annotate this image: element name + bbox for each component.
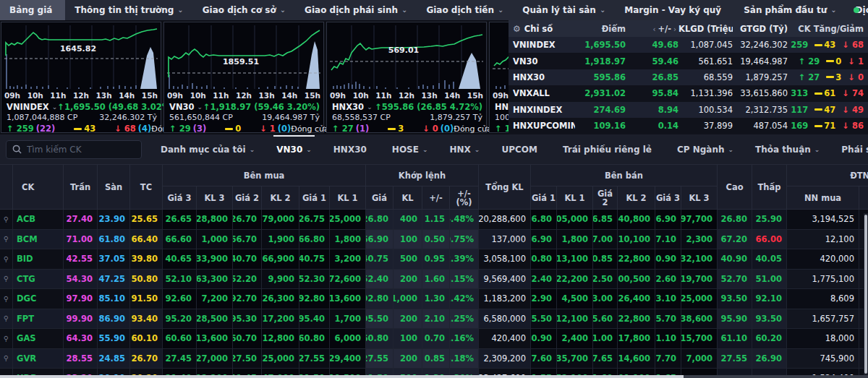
pin-icon[interactable]: ⚲ bbox=[0, 230, 13, 250]
stock-row[interactable]: ⚲ GVR 28.55 24.85 26.70 27.45 27,000 27.… bbox=[0, 349, 868, 369]
cell-ticker[interactable]: GVR bbox=[13, 349, 64, 369]
header-cao[interactable]: Cao bbox=[718, 165, 752, 210]
reference-value: 569.01 bbox=[327, 46, 480, 55]
horizontal-scrollbar-thumb[interactable] bbox=[0, 375, 684, 378]
header-gia2[interactable]: Giá 2 bbox=[233, 186, 262, 210]
menu-item[interactable]: Bảng giá bbox=[0, 0, 65, 20]
pin-icon[interactable]: ⚲ bbox=[0, 249, 13, 270]
cell-ticker[interactable]: GAS bbox=[13, 329, 64, 349]
board-tab[interactable]: Trái phiếu riêng lẻ bbox=[563, 145, 655, 155]
cell-bid-price2: 95.30 bbox=[233, 309, 262, 330]
menu-item[interactable]: Quản lý tài sản ⌄ bbox=[513, 0, 615, 20]
header-s-gia2[interactable]: Giá 2 bbox=[593, 186, 618, 210]
index-row[interactable]: VNXALL 2,931.02 95.84 1,131.396 33,615.8… bbox=[509, 85, 868, 101]
cell-ticker[interactable]: CTG bbox=[13, 270, 64, 290]
search-input[interactable] bbox=[27, 145, 128, 155]
menu-item[interactable]: Sản phẩm đầu tư ⌄ bbox=[734, 0, 846, 20]
stock-row[interactable]: ⚲ HDB 23.20 20.10 20.20 21.40 92,200 21.… bbox=[0, 369, 868, 375]
index-row[interactable]: HNX30 595.86 26.85 68.559 1,879.257 ↑ 27… bbox=[509, 69, 868, 85]
index-symbol[interactable]: VNINDEX bbox=[7, 102, 49, 112]
index-symbol[interactable]: HNX30 bbox=[332, 102, 364, 112]
pin-icon[interactable]: ⚲ bbox=[0, 210, 13, 230]
menu-item[interactable]: Giao dịch phái sinh ⌄ bbox=[295, 0, 417, 20]
header-s-gia3[interactable]: Giá 3 bbox=[655, 186, 681, 210]
pin-icon[interactable]: ⚲ bbox=[0, 329, 13, 349]
cell-ticker[interactable]: BID bbox=[13, 249, 64, 270]
index-row[interactable]: HNXUPCOMINDEX 109.16 0.14 37.899 487.054… bbox=[509, 118, 868, 134]
menu-item[interactable]: Giao dịch cơ sở ⌄ bbox=[193, 0, 295, 20]
header-s-kl2[interactable]: KL 2 bbox=[618, 186, 655, 210]
header-kl1[interactable]: KL 1 bbox=[330, 186, 366, 210]
index-row[interactable]: HNXINDEX 274.69 8.94 100.534 2,312.735 ↑… bbox=[509, 102, 868, 118]
header-gia1[interactable]: Giá 1 bbox=[299, 186, 330, 210]
cell-bid-price2: 21.45 bbox=[233, 369, 262, 375]
header-kl[interactable]: KL bbox=[393, 186, 422, 210]
header-gia3[interactable]: Giá 3 bbox=[163, 186, 197, 210]
stock-row[interactable]: ⚲ FPT 99.90 86.90 93.40 95.20 28,500 95.… bbox=[0, 309, 868, 330]
header-gia[interactable]: Giá bbox=[366, 186, 393, 210]
board-tab[interactable]: Phái sinh ⌄ bbox=[841, 145, 868, 155]
cell-ticker[interactable]: ACB bbox=[13, 210, 64, 230]
header-san[interactable]: Sàn bbox=[98, 165, 130, 210]
header-nn-ban[interactable]: NN bán bbox=[859, 186, 868, 210]
board-tab[interactable]: HNX30 bbox=[333, 145, 370, 155]
vertical-scrollbar-thumb[interactable] bbox=[864, 215, 867, 374]
header-kl3[interactable]: KL 3 bbox=[197, 186, 233, 210]
index-row[interactable]: VN30 1,918.97 59.46 561.651 19,464.987 ↑… bbox=[509, 53, 868, 69]
header-s-kl1[interactable]: KL 1 bbox=[557, 186, 593, 210]
header-nn-mua[interactable]: NN mua bbox=[787, 186, 859, 210]
gear-icon[interactable]: ⚙ bbox=[513, 24, 521, 34]
chart-panel-vnindex[interactable]: 1645.82 09h10h11h12h13h14h15h VNINDEX ⌄ … bbox=[1, 22, 161, 133]
pin-icon[interactable]: ⚲ bbox=[0, 309, 13, 330]
header-thap[interactable]: Thấp bbox=[752, 165, 787, 210]
cell-ask-price1: 21.55 bbox=[531, 369, 557, 375]
stock-row[interactable]: ⚲ BCM 71.00 61.80 66.40 66.60 1,000 66.7… bbox=[0, 230, 868, 250]
header-tc[interactable]: TC bbox=[130, 165, 163, 210]
header-chg[interactable]: +/- bbox=[422, 186, 450, 210]
index-points: 274.69 bbox=[575, 105, 626, 115]
stock-row[interactable]: ⚲ CTG 54.30 47.25 50.80 52.10 63,300 52.… bbox=[0, 270, 868, 290]
index-symbol[interactable]: VN30 bbox=[169, 102, 195, 112]
stock-row[interactable]: ⚲ GAS 64.30 55.90 60.10 60.60 13,600 60.… bbox=[0, 329, 868, 349]
tab-label: UPCOM bbox=[501, 145, 537, 155]
board-tab[interactable]: HOSE ⌄ bbox=[392, 145, 428, 155]
board-tab[interactable]: CP Ngành ⌄ bbox=[677, 145, 733, 155]
menu-item[interactable]: Giao dịch tiền ⌄ bbox=[417, 0, 513, 20]
cell-ticker[interactable]: DGC bbox=[13, 289, 64, 309]
cell-ticker[interactable]: FPT bbox=[13, 309, 64, 330]
stock-search[interactable] bbox=[6, 140, 142, 159]
header-ck[interactable]: CK bbox=[13, 165, 64, 210]
menu-item[interactable]: Thông tin thị trường ⌄ bbox=[65, 0, 192, 20]
header-tong-kl[interactable]: Tổng KL bbox=[479, 165, 531, 210]
header-klgd[interactable]: KLGD (Triệu) bbox=[678, 24, 733, 34]
header-s-gia1[interactable]: Giá 1 bbox=[531, 186, 557, 210]
header-pct[interactable]: +/-(%) bbox=[450, 186, 479, 210]
board-tab[interactable]: UPCOM bbox=[501, 145, 541, 155]
pin-icon[interactable]: ⚲ bbox=[0, 369, 13, 375]
pin-icon[interactable]: ⚲ bbox=[0, 289, 13, 309]
cell-ask-price1: 52.40 bbox=[531, 270, 557, 290]
header-change[interactable]: ‹+/-› bbox=[626, 24, 678, 34]
cell-ticker[interactable]: BCM bbox=[13, 230, 64, 250]
vertical-scrollbar[interactable] bbox=[864, 213, 868, 378]
header-diem[interactable]: Điểm bbox=[575, 24, 626, 34]
pin-icon[interactable]: ⚲ bbox=[0, 349, 13, 369]
header-gtgd[interactable]: GTGD (Tỷ) bbox=[733, 24, 788, 34]
chart-panel-vn30[interactable]: 1859.51 09h10h11h12h13h14h15h VN30 ⌄ ↑1,… bbox=[163, 22, 324, 133]
board-tab[interactable]: Thỏa thuận ⌄ bbox=[755, 145, 820, 155]
horizontal-scrollbar[interactable] bbox=[0, 375, 868, 378]
pin-icon[interactable]: ⚲ bbox=[0, 270, 13, 290]
board-tab[interactable]: VN30 ⌄ bbox=[276, 145, 312, 155]
stock-row[interactable]: ⚲ BID 42.55 37.05 39.80 40.65 33,900 40.… bbox=[0, 249, 868, 270]
board-tab[interactable]: HNX ⌄ bbox=[450, 145, 480, 155]
index-row[interactable]: VNINDEX 1,695.50 49.68 1,087.045 32,246.… bbox=[509, 37, 868, 53]
header-kl2[interactable]: KL 2 bbox=[262, 186, 299, 210]
menu-item[interactable]: Margin - Vay ký quỹ bbox=[615, 0, 734, 20]
header-tran[interactable]: Trần bbox=[64, 165, 98, 210]
board-tab[interactable]: Danh mục của tôi ⌄ bbox=[161, 145, 255, 155]
cell-ticker[interactable]: HDB bbox=[13, 369, 64, 375]
stock-row[interactable]: ⚲ DGC 97.90 85.10 91.50 92.60 7,200 92.7… bbox=[0, 289, 868, 309]
header-s-kl3[interactable]: KL 3 bbox=[681, 186, 718, 210]
stock-row[interactable]: ⚲ ACB 27.40 23.90 25.65 26.65 228,800 26… bbox=[0, 210, 868, 230]
chart-panel-hnx30[interactable]: 569.01 09h10h11h12h13h14h15h HNX30 ⌄ ↑59… bbox=[326, 22, 487, 133]
